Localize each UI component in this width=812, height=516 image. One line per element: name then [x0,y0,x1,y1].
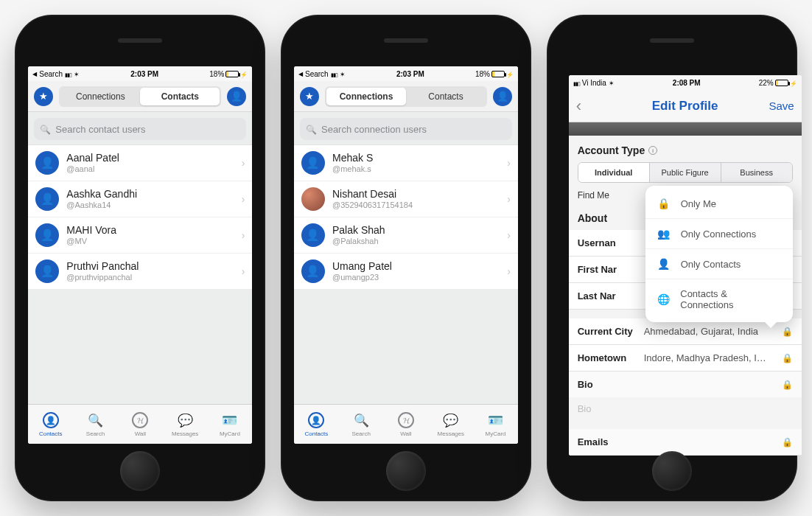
profile-icon[interactable]: 👤 [227,87,246,106]
privacy-contacts-connections[interactable]: 🌐 Contacts & Connections [645,279,793,319]
phone-mockup-3: Vi India 2:08 PM 22% ‹ Edit Profile Save… [547,15,797,501]
field-hometown[interactable]: Hometown Indore, Madhya Pradesh, I… 🔒 [569,345,802,372]
field-label: Last Nar [578,290,637,301]
tabbar-messages[interactable]: 💬 Messages [428,405,473,444]
page-title: Edit Profile [569,99,802,114]
avatar: 👤 [301,223,325,247]
list-item[interactable]: 👤 Mehak S @mehak.s › [294,145,518,181]
phone-mockup-1: ◀ Search 2:03 PM 18% ★ Connections Conta… [15,15,265,501]
search-placeholder: Search contact users [55,124,145,135]
star-icon[interactable]: ★ [34,87,53,106]
status-bar: ◀ Search 2:03 PM 18% [294,66,518,81]
tabbar-contacts[interactable]: 👤 Contacts [28,405,73,444]
list-item[interactable]: Nishant Desai @3529406317154184 › [294,181,518,217]
field-label: Emails [578,436,637,447]
home-button[interactable] [120,451,160,491]
tabbar-contacts[interactable]: 👤 Contacts [294,405,339,444]
contact-name: Umang Patel [332,260,500,273]
account-type-business[interactable]: Business [721,163,792,182]
signal-icon [331,70,337,78]
tab-label: Messages [172,430,198,437]
contact-name: Nishant Desai [332,188,500,201]
list-item[interactable]: 👤 MAHI Vora @MV › [28,217,252,254]
segmented-control: Connections Contacts [325,86,487,107]
tabbar-mycard[interactable]: 🪪 MyCard [473,405,518,444]
search-input[interactable]: Search connection users [300,118,512,140]
tab-connections[interactable]: Connections [60,88,140,105]
chevron-right-icon: › [242,265,245,277]
avatar [301,187,325,211]
person-plus-icon: 👤 [657,258,671,270]
back-to-app-label[interactable]: Search [305,70,329,78]
contact-name: Mehak S [332,152,500,164]
charging-icon [240,70,248,78]
tab-contacts[interactable]: Contacts [406,88,486,105]
popover-label: Only Connections [681,229,757,240]
list-item[interactable]: 👤 Umang Patel @umangp23 › [294,254,518,290]
back-to-app-icon[interactable]: ◀ [298,71,303,77]
privacy-only-contacts[interactable]: 👤 Only Contacts [645,248,793,279]
list-item[interactable]: 👤 Palak Shah @Palakshah › [294,217,518,254]
contact-name: Aanal Patel [66,152,234,164]
chevron-right-icon: › [242,229,245,241]
lock-icon[interactable]: 🔒 [782,437,793,447]
account-type-segmented: Individual Public Figure Business [578,162,793,183]
popover-label: Contacts & Connections [680,288,780,310]
field-label: Usernan [578,237,637,248]
tab-label: Contacts [305,430,329,437]
lock-icon[interactable]: 🔒 [782,327,793,337]
field-label: Current City [578,326,644,337]
wifi-icon [609,79,615,87]
home-button[interactable] [652,451,692,491]
lock-icon[interactable]: 🔒 [782,380,793,390]
popover-label: Only Contacts [681,259,741,270]
battery-percent: 18% [209,70,224,78]
status-time: 2:03 PM [346,70,475,78]
signal-icon [573,79,580,87]
battery-icon [491,71,505,77]
star-icon[interactable]: ★ [300,87,319,106]
search-input[interactable]: Search contact users [34,118,246,140]
list-item[interactable]: 👤 Pruthvi Panchal @pruthvippanchal › [28,254,252,290]
popover-label: Only Me [681,198,716,209]
globe-icon: 🌐 [657,293,671,305]
tabbar-wall[interactable]: 𝓗 Wall [118,405,163,444]
contact-name: Aashka Gandhi [66,188,234,201]
tab-label: Contacts [39,430,63,437]
phone-mockup-2: ◀ Search 2:03 PM 18% ★ Connections Conta… [281,15,531,501]
account-type-public-figure[interactable]: Public Figure [649,163,721,182]
tab-contacts[interactable]: Contacts [140,88,220,105]
privacy-only-me[interactable]: 🔒 Only Me [645,189,793,218]
tabbar-mycard[interactable]: 🪪 MyCard [208,405,253,444]
tabbar-wall[interactable]: 𝓗 Wall [384,405,429,444]
search-icon [40,124,51,135]
contact-name: MAHI Vora [66,224,234,237]
contact-handle: @Palakshah [332,237,500,246]
chevron-right-icon: › [507,229,511,241]
contact-handle: @3529406317154184 [332,201,500,210]
people-icon: 👥 [657,228,671,240]
tab-connections[interactable]: Connections [326,88,406,105]
bio-input[interactable]: Bio [569,397,802,429]
home-button[interactable] [386,451,426,491]
status-bar: Vi India 2:08 PM 22% [569,75,802,90]
privacy-popover: 🔒 Only Me 👥 Only Connections 👤 Only Cont… [645,186,793,322]
tabbar-search[interactable]: 🔍 Search [73,405,118,444]
profile-icon[interactable]: 👤 [493,87,512,106]
back-to-app-label[interactable]: Search [39,70,63,78]
avatar: 👤 [35,187,59,211]
chevron-right-icon: › [507,193,511,205]
tabbar-messages[interactable]: 💬 Messages [163,405,208,444]
back-to-app-icon[interactable]: ◀ [32,71,37,77]
list-item[interactable]: 👤 Aashka Gandhi @Aashka14 › [28,181,252,217]
tabbar-search[interactable]: 🔍 Search [339,405,384,444]
info-icon[interactable]: i [648,146,657,155]
privacy-only-connections[interactable]: 👥 Only Connections [645,218,793,248]
account-type-individual[interactable]: Individual [578,163,649,182]
list-item[interactable]: 👤 Aanal Patel @aanal › [28,145,252,181]
field-emails-header[interactable]: Emails 🔒 [569,429,802,456]
charging-icon [790,79,797,87]
field-bio-header: Bio 🔒 [569,372,802,397]
contact-handle: @MV [66,237,234,246]
lock-icon[interactable]: 🔒 [782,353,793,363]
